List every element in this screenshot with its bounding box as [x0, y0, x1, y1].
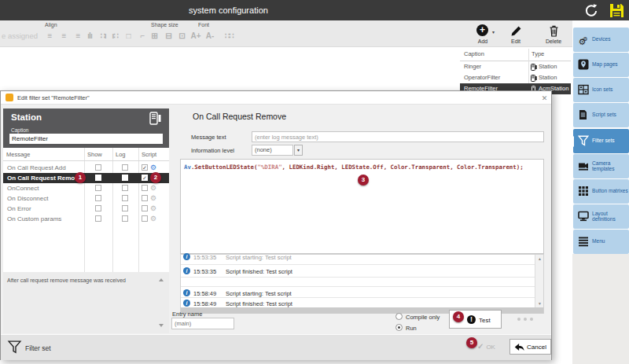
- message-row[interactable]: On Custom params ⚙: [3, 214, 169, 224]
- column-header-log: Log: [116, 151, 126, 158]
- align-right-icon[interactable]: ≡: [72, 31, 84, 41]
- funnel-icon: [577, 135, 589, 147]
- information-level-label: Information level: [191, 147, 234, 154]
- row-type-label: Station: [539, 72, 557, 83]
- information-level-dropdown-icon[interactable]: ▾: [294, 145, 303, 156]
- script-gears-icon: ⚙: [150, 164, 156, 172]
- sidebar-item-button-matrixes[interactable]: Button matrixes: [573, 179, 629, 204]
- script-checkbox[interactable]: [142, 205, 148, 211]
- save-icon[interactable]: [609, 2, 626, 18]
- toolbar-group-font: Font: [198, 22, 209, 28]
- close-icon[interactable]: ✕: [539, 94, 550, 103]
- message-description-box[interactable]: After call request remove message was re…: [3, 272, 169, 333]
- delete-button[interactable]: Delete: [539, 24, 568, 46]
- log-row[interactable]: i 15:53:35 Script starting: Test script: [181, 252, 535, 262]
- script-checkbox[interactable]: [142, 195, 148, 201]
- annotation-badge-1: 1: [75, 172, 86, 183]
- sidebar-item-layout-definitions[interactable]: Layout definitions: [573, 204, 629, 229]
- filter-set-funnel-icon: [7, 340, 22, 358]
- dialog-title: Edit filter set "RemoteFilter": [17, 94, 90, 101]
- row-type-label: Station: [539, 61, 557, 72]
- info-icon: i: [183, 253, 190, 260]
- distribute-horizontal-icon[interactable]: ∷ı: [97, 31, 109, 41]
- row-caption: Ringer: [464, 61, 481, 72]
- grid-icon[interactable]: ∷∷: [223, 31, 235, 41]
- event-heading: On Call Request Remove: [193, 112, 286, 121]
- scroll-down-icon[interactable]: [159, 324, 164, 327]
- sidebar-item-filter-sets[interactable]: Filter sets: [573, 129, 629, 153]
- message-row[interactable]: OnConnect ⚙: [3, 183, 169, 193]
- message-row[interactable]: On Disconnect ⚙: [3, 193, 169, 204]
- scroll-up-icon[interactable]: [159, 278, 164, 281]
- add-button[interactable]: + ▾ Add: [469, 24, 497, 46]
- scroll-up-icon[interactable]: ▲: [535, 256, 544, 261]
- log-vertical-scrollbar[interactable]: ▲ ▼: [535, 255, 543, 307]
- icon-grid-icon: [577, 84, 589, 96]
- show-checkbox[interactable]: [95, 215, 101, 222]
- information-level-select[interactable]: (none): [252, 145, 293, 156]
- show-checkbox[interactable]: [95, 164, 101, 171]
- message-row[interactable]: On Call Request Remove: [3, 173, 169, 183]
- message-text-input[interactable]: [252, 131, 544, 142]
- sidebar-item-script-sets[interactable]: Script sets: [573, 103, 629, 127]
- log-checkbox[interactable]: [122, 164, 128, 171]
- shape-corner-icon[interactable]: ⌐: [136, 31, 149, 41]
- script-checkbox[interactable]: [142, 215, 148, 222]
- sidebar-item-map-pages[interactable]: Map pages: [573, 53, 629, 77]
- distribute-vertical-icon[interactable]: ı∷: [109, 31, 121, 41]
- log-checkbox[interactable]: [122, 205, 128, 211]
- script-checkbox[interactable]: [142, 185, 148, 191]
- log-checkbox[interactable]: [122, 195, 128, 201]
- gears-icon: ⚙⚙: [577, 34, 589, 46]
- align-center-icon[interactable]: ≡: [57, 31, 70, 41]
- shape-width-icon[interactable]: ⊡: [175, 31, 188, 41]
- log-row[interactable]: i 15:53:35 Script finished: Test script: [181, 266, 535, 276]
- show-checkbox[interactable]: [95, 195, 101, 201]
- scroll-down-icon[interactable]: ▼: [535, 301, 544, 306]
- edit-button[interactable]: Edit: [502, 24, 530, 46]
- align-bars-icon[interactable]: ılı: [83, 31, 96, 41]
- delete-button-label: Delete: [539, 39, 568, 44]
- undo-icon[interactable]: [583, 2, 601, 18]
- table-row[interactable]: OperatorFilter Station: [460, 72, 571, 83]
- script-gears-icon: ⚙: [150, 194, 156, 203]
- caption-input[interactable]: [9, 134, 163, 144]
- show-checkbox[interactable]: [95, 175, 101, 181]
- sidebar-item-icon-sets[interactable]: Icon sets: [573, 78, 629, 102]
- run-radio[interactable]: [395, 324, 403, 331]
- log-checkbox[interactable]: [122, 185, 128, 191]
- annotation-badge-4: 4: [453, 311, 464, 322]
- toolbar-group-align: Align: [45, 22, 57, 28]
- entry-name-input[interactable]: [171, 318, 234, 329]
- show-checkbox[interactable]: [95, 185, 101, 191]
- script-checkbox[interactable]: [142, 175, 148, 181]
- info-icon: i: [183, 289, 190, 296]
- ok-button[interactable]: ✓OK: [477, 339, 506, 355]
- shape-frame-icon[interactable]: □: [122, 31, 134, 41]
- station-type-icon: [531, 75, 537, 82]
- script-code-editor[interactable]: Av.SetButtonLEDState("%DIRA", LEDKind.Ri…: [180, 159, 544, 254]
- cancel-button[interactable]: Cancel: [509, 339, 551, 355]
- compile-only-radio[interactable]: [395, 313, 403, 320]
- sidebar-item-camera-templates[interactable]: Camera templates: [573, 154, 629, 178]
- font-decrease-icon[interactable]: A-: [204, 31, 216, 41]
- station-panel-header: Station Caption: [3, 108, 169, 148]
- shape-shrink-icon[interactable]: ⊟: [162, 31, 175, 41]
- dot-grid-icon: [577, 186, 589, 197]
- sidebar-item-devices[interactable]: ⚙⚙ Devices: [573, 28, 629, 52]
- log-checkbox[interactable]: [122, 175, 128, 181]
- ellipsis-dots-icon: [517, 318, 533, 321]
- script-gears-icon: ⚙: [150, 184, 156, 193]
- add-caret-icon[interactable]: ▾: [492, 29, 495, 35]
- align-left-icon[interactable]: ≡: [43, 31, 56, 41]
- script-checkbox[interactable]: [142, 164, 148, 171]
- message-row[interactable]: On Call Request Add ⚙: [3, 163, 169, 173]
- table-row[interactable]: Ringer Station: [460, 61, 571, 72]
- log-checkbox[interactable]: [122, 215, 128, 222]
- font-increase-icon[interactable]: A+: [189, 31, 202, 41]
- message-text-label: Message text: [191, 134, 226, 141]
- sidebar-item-menu[interactable]: Menu: [573, 230, 629, 254]
- shape-grow-icon[interactable]: ⊞: [148, 31, 160, 41]
- message-row[interactable]: On Error ⚙: [3, 204, 169, 214]
- show-checkbox[interactable]: [95, 205, 101, 211]
